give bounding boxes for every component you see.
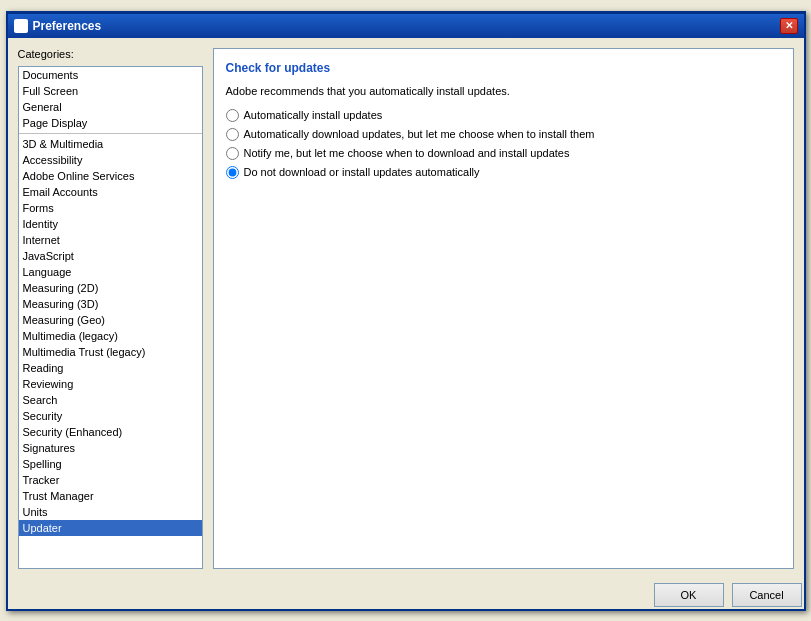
list-item[interactable]: Trust Manager — [19, 488, 202, 504]
cancel-button[interactable]: Cancel — [732, 583, 802, 607]
radio-option-do_not[interactable]: Do not download or install updates autom… — [226, 166, 781, 179]
list-item[interactable]: Forms — [19, 200, 202, 216]
title-bar-left: Preferences — [14, 19, 102, 33]
list-item[interactable]: Updater — [19, 520, 202, 536]
radio-input-notify_me[interactable] — [226, 147, 239, 160]
left-panel: Categories: DocumentsFull ScreenGeneralP… — [18, 48, 203, 569]
radio-option-auto_install[interactable]: Automatically install updates — [226, 109, 781, 122]
preferences-dialog: Preferences ✕ Categories: DocumentsFull … — [6, 11, 806, 611]
list-item[interactable]: Language — [19, 264, 202, 280]
list-item[interactable]: Reading — [19, 360, 202, 376]
radio-label-auto_download: Automatically download updates, but let … — [244, 128, 595, 140]
title-bar: Preferences ✕ — [8, 14, 804, 38]
list-item[interactable]: Email Accounts — [19, 184, 202, 200]
list-item[interactable]: Search — [19, 392, 202, 408]
close-button[interactable]: ✕ — [780, 18, 798, 34]
right-panel: Check for updates Adobe recommends that … — [213, 48, 794, 569]
list-item[interactable]: Internet — [19, 232, 202, 248]
radio-input-auto_download[interactable] — [226, 128, 239, 141]
radio-label-notify_me: Notify me, but let me choose when to dow… — [244, 147, 570, 159]
list-item[interactable]: Measuring (2D) — [19, 280, 202, 296]
radio-input-do_not[interactable] — [226, 166, 239, 179]
radio-label-auto_install: Automatically install updates — [244, 109, 383, 121]
list-item[interactable]: Full Screen — [19, 83, 202, 99]
list-item[interactable]: Spelling — [19, 456, 202, 472]
categories-label: Categories: — [18, 48, 203, 60]
list-item[interactable]: Adobe Online Services — [19, 168, 202, 184]
list-item[interactable]: Measuring (Geo) — [19, 312, 202, 328]
list-item[interactable]: Page Display — [19, 115, 202, 131]
list-item[interactable]: Identity — [19, 216, 202, 232]
radio-option-auto_download[interactable]: Automatically download updates, but let … — [226, 128, 781, 141]
list-item[interactable]: Documents — [19, 67, 202, 83]
section-title: Check for updates — [226, 61, 781, 75]
content-box: Check for updates Adobe recommends that … — [213, 48, 794, 569]
dialog-title: Preferences — [33, 19, 102, 33]
radio-option-notify_me[interactable]: Notify me, but let me choose when to dow… — [226, 147, 781, 160]
list-item[interactable]: Multimedia Trust (legacy) — [19, 344, 202, 360]
list-item[interactable]: Security (Enhanced) — [19, 424, 202, 440]
list-item[interactable]: Reviewing — [19, 376, 202, 392]
list-item[interactable]: 3D & Multimedia — [19, 136, 202, 152]
radio-input-auto_install[interactable] — [226, 109, 239, 122]
categories-list[interactable]: DocumentsFull ScreenGeneralPage Display3… — [18, 66, 203, 569]
list-item[interactable]: Units — [19, 504, 202, 520]
list-item[interactable]: Accessibility — [19, 152, 202, 168]
list-item[interactable]: Security — [19, 408, 202, 424]
list-item[interactable]: Measuring (3D) — [19, 296, 202, 312]
list-item[interactable]: Tracker — [19, 472, 202, 488]
dialog-content: Categories: DocumentsFull ScreenGeneralP… — [8, 38, 804, 579]
list-separator — [19, 133, 202, 134]
button-row: OK Cancel — [8, 579, 804, 609]
list-item[interactable]: Multimedia (legacy) — [19, 328, 202, 344]
list-item[interactable]: Signatures — [19, 440, 202, 456]
ok-button[interactable]: OK — [654, 583, 724, 607]
description: Adobe recommends that you automatically … — [226, 85, 781, 97]
radio-group: Automatically install updatesAutomatical… — [226, 109, 781, 179]
list-item[interactable]: General — [19, 99, 202, 115]
dialog-icon — [14, 19, 28, 33]
list-item[interactable]: JavaScript — [19, 248, 202, 264]
radio-label-do_not: Do not download or install updates autom… — [244, 166, 480, 178]
